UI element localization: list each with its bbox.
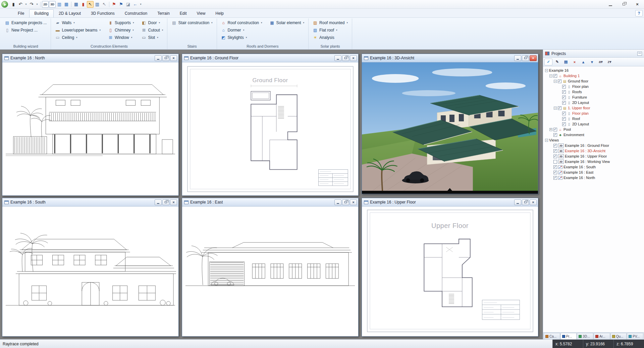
tree-item-floor-plan[interactable]: ▯Floor plan	[544, 111, 643, 116]
tree-expander-icon[interactable]: +	[549, 128, 552, 131]
tree-item-pool[interactable]: +⌂Pool	[544, 127, 643, 132]
window-restore-button[interactable]	[522, 199, 529, 205]
more-tools-icon[interactable]: ▾	[139, 1, 143, 8]
tree-expander-icon[interactable]: −	[554, 107, 557, 110]
window-close-button[interactable]: ×	[530, 199, 537, 205]
ribbon-item-analysis[interactable]: ☀Analysis	[311, 35, 349, 40]
panel-tab-ar[interactable]: Ar...	[594, 333, 610, 339]
view-checkbox[interactable]	[553, 176, 557, 180]
app-minimize-button[interactable]	[604, 0, 617, 8]
tree-checkbox[interactable]	[562, 122, 566, 126]
tree-checkbox[interactable]	[562, 90, 566, 94]
file-menu-icon[interactable]: ▮	[10, 1, 17, 8]
ribbon-item-cutout[interactable]: ⊠Cutout▾	[140, 27, 165, 33]
ribbon-item-ceiling[interactable]: ▭Ceiling▾	[54, 35, 102, 40]
tree-expander-icon[interactable]: −	[545, 69, 548, 72]
ribbon-item-lower-upper-beams[interactable]: ▬Lower/upper beams▾	[54, 27, 102, 33]
ribbon-item-chimney[interactable]: ▯Chimney▾	[107, 27, 136, 33]
south-elevation-canvas[interactable]	[2, 207, 178, 336]
window-restore-button[interactable]	[342, 199, 349, 205]
redo-dropdown-icon[interactable]: ▾	[35, 1, 39, 8]
app-restore-button[interactable]	[617, 0, 631, 8]
view-checkbox[interactable]	[553, 165, 557, 169]
view-item-example-16-east[interactable]: Example 16 : East	[544, 170, 643, 175]
view-checkbox[interactable]	[553, 144, 557, 148]
select-tool-icon[interactable]: ↖	[87, 1, 94, 8]
tree-item-2d-layout[interactable]: ▯2D Layout	[544, 121, 643, 127]
view-item-example-16-working-view[interactable]: 2DExample 16 : Working View	[544, 159, 643, 164]
app-close-button[interactable]: ×	[631, 0, 644, 8]
window-titlebar[interactable]: Example 16 : Upper Floor ×	[362, 198, 538, 207]
app-logo-icon[interactable]	[1, 1, 8, 8]
window-titlebar[interactable]: Example 16 : East ×	[182, 198, 358, 207]
undo-dropdown-icon[interactable]: ▾	[24, 1, 28, 8]
window-titlebar[interactable]: Example 16 : 3D-Ansicht ×	[362, 54, 538, 62]
menu-tab-construction[interactable]: Construction	[120, 9, 152, 17]
view-checkbox[interactable]	[553, 155, 557, 158]
window-close-button[interactable]: ×	[350, 199, 357, 205]
view-item-example-16-upper-floor[interactable]: 2DExample 16 : Upper Floor	[544, 154, 643, 159]
ribbon-item-flat-roof[interactable]: ▧Flat roof▾	[311, 27, 349, 33]
tree-checkbox[interactable]	[558, 79, 561, 83]
window-close-button[interactable]: ×	[530, 55, 537, 61]
window-minimize-button[interactable]	[155, 55, 162, 61]
tree-expander-icon[interactable]: −	[545, 139, 548, 142]
panel-menu-icon[interactable]	[637, 52, 642, 56]
east-elevation-canvas[interactable]	[182, 207, 358, 336]
flag-blue-icon[interactable]: ⚑	[118, 1, 124, 8]
tree-checkbox[interactable]	[553, 74, 557, 78]
view-2d-icon[interactable]: 2D	[42, 1, 49, 8]
help-button[interactable]: ?	[635, 10, 643, 16]
delete-icon[interactable]: ×	[571, 59, 579, 65]
view-item-example-16-3d-ansicht[interactable]: 3DExample 16 : 3D-Ansicht	[544, 148, 643, 154]
menu-tab-help[interactable]: Help	[210, 9, 229, 17]
ribbon-item-walls[interactable]: ▰Walls▾	[54, 20, 102, 25]
pan-tool-icon[interactable]: ↖	[101, 1, 108, 8]
menu-tab-terrain[interactable]: Terrain	[152, 9, 175, 17]
window-restore-button[interactable]	[162, 55, 169, 61]
tree-expander-icon[interactable]: −	[549, 74, 552, 77]
window-close-button[interactable]: ×	[170, 199, 177, 205]
tree-item-2d-layout[interactable]: ▯2D Layout	[544, 100, 643, 105]
window-minimize-button[interactable]	[514, 199, 521, 205]
tree-item-roof[interactable]: ▯Roof	[544, 116, 643, 121]
window-close-button[interactable]: ×	[170, 55, 177, 61]
ribbon-item-slot[interactable]: ▭Slot▾	[140, 35, 165, 40]
render-3d-canvas[interactable]	[362, 62, 538, 194]
grid-snap-icon[interactable]: ▦	[73, 1, 79, 8]
tree-item-1-upper-floor[interactable]: −▤1. Upper floor	[544, 105, 643, 111]
measure-tool-icon[interactable]: ▥	[94, 1, 101, 8]
tree-checkbox[interactable]	[558, 106, 561, 110]
window-restore-button[interactable]	[162, 199, 169, 205]
panel-tab-ca[interactable]: Ca...	[544, 333, 560, 339]
sort-asc-icon[interactable]: a▾	[597, 59, 605, 65]
sort-desc-icon[interactable]: z▾	[605, 59, 613, 65]
menu-tab-building[interactable]: Building	[29, 9, 54, 17]
tree-checkbox[interactable]	[553, 133, 557, 137]
window-minimize-button[interactable]	[514, 55, 521, 61]
ribbon-item-supports[interactable]: ▮Supports▾	[107, 20, 136, 25]
tile-view-icon[interactable]: ▥	[56, 1, 63, 8]
menu-tab-2d-layout[interactable]: 2D & Layout	[54, 9, 86, 17]
split-view-icon[interactable]: ▦	[63, 1, 70, 8]
tree-checkbox[interactable]	[562, 85, 566, 89]
ribbon-item-stair-construction[interactable]: ▤Stair construction▾	[170, 20, 214, 25]
menu-tab-file[interactable]: File	[13, 9, 29, 17]
window-close-button[interactable]: ×	[350, 55, 357, 61]
tree-expander-icon[interactable]: −	[554, 80, 557, 83]
view-item-example-16-south[interactable]: Example 16 : South	[544, 164, 643, 170]
move-down-icon[interactable]: ▼	[588, 59, 596, 65]
tree-item-furniture[interactable]: ▯Furniture	[544, 95, 643, 100]
tree-checkbox[interactable]	[562, 101, 566, 105]
window-titlebar[interactable]: Example 16 : Ground Floor ×	[182, 54, 358, 62]
ground-floor-canvas[interactable]: Ground Floor	[182, 62, 358, 195]
view-checkbox[interactable]	[553, 171, 557, 174]
ribbon-item-solar-element[interactable]: ▦Solar element▾	[268, 20, 306, 25]
window-titlebar[interactable]: Example 16 : South ×	[2, 198, 178, 207]
view-item-example-16-ground-floor[interactable]: 2DExample 16 : Ground Floor	[544, 143, 643, 148]
tree-item-example-16[interactable]: −Example 16	[544, 68, 643, 73]
undo-icon[interactable]: ↶	[17, 1, 24, 8]
ribbon-item-skylights[interactable]: ◩Skylights▾	[220, 35, 264, 40]
move-up-icon[interactable]: ▲	[579, 59, 587, 65]
tree-item-environment[interactable]: ♣Environment	[544, 132, 643, 137]
